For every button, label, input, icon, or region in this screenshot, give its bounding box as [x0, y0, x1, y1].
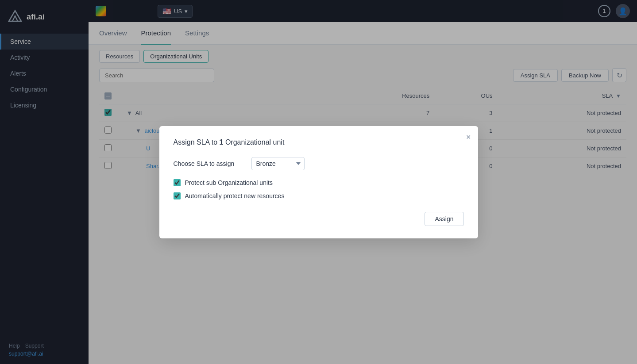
modal-close-button[interactable]: ×	[466, 133, 471, 141]
auto-protect-checkbox[interactable]	[174, 192, 181, 199]
protect-sub-row: Protect sub Organizational units	[174, 179, 464, 186]
auto-protect-row: Automatically protect new resources	[174, 192, 464, 199]
assign-sla-modal: × Assign SLA to 1 Organizational unit Ch…	[159, 126, 478, 238]
choose-sla-label: Choose SLA to assign	[174, 160, 244, 167]
protect-sub-label[interactable]: Protect sub Organizational units	[185, 179, 273, 186]
modal-overlay[interactable]: × Assign SLA to 1 Organizational unit Ch…	[0, 0, 637, 364]
auto-protect-label[interactable]: Automatically protect new resources	[185, 192, 285, 199]
modal-footer: Assign	[174, 212, 464, 226]
modal-title: Assign SLA to 1 Organizational unit	[174, 138, 464, 146]
modal-assign-button[interactable]: Assign	[425, 212, 463, 226]
sla-select[interactable]: Bronze Silver Gold	[251, 157, 305, 170]
sla-form-row: Choose SLA to assign Bronze Silver Gold	[174, 157, 464, 170]
protect-sub-checkbox[interactable]	[174, 179, 181, 186]
